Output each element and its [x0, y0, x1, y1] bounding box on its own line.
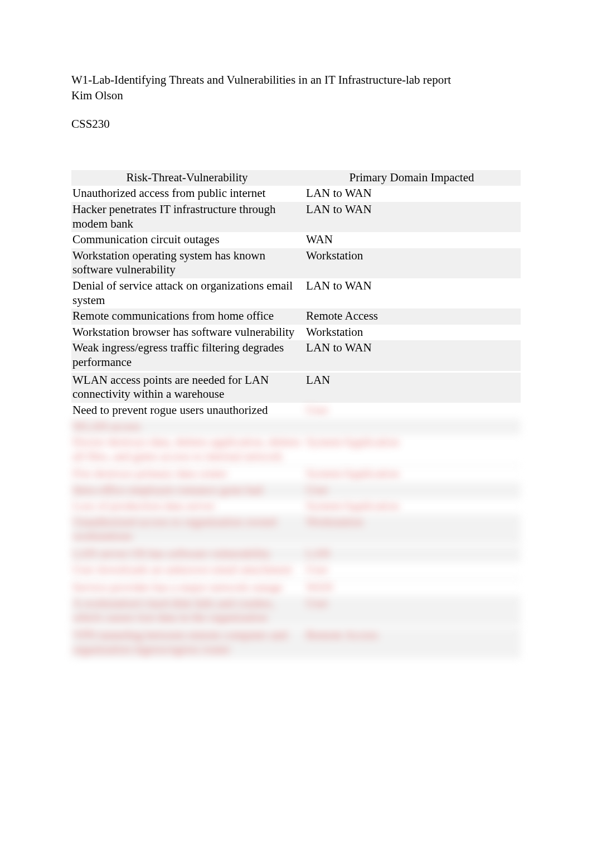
cell-domain: Remote Access — [305, 308, 521, 325]
cell-risk: WLAN access points are needed for LAN co… — [71, 373, 305, 403]
cell-domain: LAN to WAN — [305, 202, 521, 232]
table-row: Communication circuit outagesWAN — [71, 232, 521, 248]
cell-risk: Loss of production data server — [71, 499, 305, 515]
cell-risk: Unauthorized access from public internet — [71, 186, 305, 202]
doc-author-line: Kim Olson — [71, 88, 521, 103]
cell-risk: Doctor destroys data, deletes applicatio… — [71, 435, 305, 465]
cell-domain: User — [305, 562, 521, 578]
cell-risk: Service provider has a major network out… — [71, 580, 305, 596]
table-row: Weak ingress/egress traffic filtering de… — [71, 340, 521, 370]
table-row: Intra-office employee romance gone badUs… — [71, 483, 521, 499]
cell-domain: Remote Access — [305, 628, 521, 658]
cell-domain: Workstation — [305, 514, 521, 544]
table-row: Remote communications from home officeRe… — [71, 308, 521, 325]
table-header-row: Risk-Threat-VulnerabilityPrimary Domain … — [71, 170, 521, 186]
table-row: WLAN access points are needed for LAN co… — [71, 373, 521, 403]
document-page: W1-Lab-Identifying Threats and Vulnerabi… — [0, 0, 592, 868]
cell-risk: Workstation operating system has known s… — [71, 248, 305, 278]
table-row: User downloads an unknown email attachme… — [71, 562, 521, 578]
table-row: Need to prevent rogue users unauthorized… — [71, 403, 521, 419]
cell-risk: Unauthorized access to organization owne… — [71, 514, 305, 544]
table-row: VPN tunneling between remote computer an… — [71, 628, 521, 658]
table-row: WLAN access — [71, 419, 521, 435]
cell-risk: WLAN access — [71, 419, 305, 435]
table-row: A workstation's hard disk fails and cras… — [71, 596, 521, 626]
table-row: Workstation browser has software vulnera… — [71, 325, 521, 341]
header-col-domain: Primary Domain Impacted — [305, 170, 521, 186]
cell-risk: Weak ingress/egress traffic filtering de… — [71, 340, 305, 370]
table-row: Workstation operating system has known s… — [71, 248, 521, 278]
cell-risk: A workstation's hard disk fails and cras… — [71, 596, 305, 626]
cell-risk: Communication circuit outages — [71, 232, 305, 248]
cell-risk: Intra-office employee romance gone bad — [71, 483, 305, 499]
cell-risk: User downloads an unknown email attachme… — [71, 562, 305, 578]
table-row: Loss of production data serverSystem/App… — [71, 499, 521, 515]
cell-domain: WAN — [305, 232, 521, 248]
cell-risk: Remote communications from home office — [71, 308, 305, 325]
cell-risk: Fire destroys primary data center — [71, 466, 305, 483]
cell-domain: System/Application — [305, 466, 521, 483]
doc-course-line: CSS230 — [71, 117, 521, 131]
risk-table: Risk-Threat-VulnerabilityPrimary Domain … — [71, 170, 521, 658]
cell-domain: WAN — [305, 580, 521, 596]
cell-domain: Workstation — [305, 325, 521, 341]
table-row: Denial of service attack on organization… — [71, 278, 521, 308]
table-row: Unauthorized access to organization owne… — [71, 514, 521, 544]
table-row: Unauthorized access from public internet… — [71, 186, 521, 202]
cell-risk: VPN tunneling between remote computer an… — [71, 628, 305, 658]
cell-domain: User — [305, 483, 521, 499]
cell-domain — [305, 419, 521, 435]
cell-domain: User — [305, 403, 521, 419]
doc-title-line: W1-Lab-Identifying Threats and Vulnerabi… — [71, 73, 521, 87]
cell-domain: LAN — [305, 546, 521, 562]
risk-table-wrap: Risk-Threat-VulnerabilityPrimary Domain … — [71, 170, 521, 658]
risk-table-body: Risk-Threat-VulnerabilityPrimary Domain … — [71, 170, 521, 658]
cell-domain: LAN to WAN — [305, 186, 521, 202]
table-row: Doctor destroys data, deletes applicatio… — [71, 435, 521, 465]
table-row: Service provider has a major network out… — [71, 580, 521, 596]
cell-risk: LAN server OS has software vulnerability — [71, 546, 305, 562]
cell-domain: LAN — [305, 373, 521, 403]
cell-risk: Need to prevent rogue users unauthorized — [71, 403, 305, 419]
cell-domain: LAN to WAN — [305, 340, 521, 370]
cell-risk: Workstation browser has software vulnera… — [71, 325, 305, 341]
table-row: Hacker penetrates IT infrastructure thro… — [71, 202, 521, 232]
cell-domain: System/Application — [305, 435, 521, 465]
cell-risk: Denial of service attack on organization… — [71, 278, 305, 308]
cell-domain: System/Application — [305, 499, 521, 515]
document-heading-block: W1-Lab-Identifying Threats and Vulnerabi… — [71, 73, 521, 131]
cell-domain: LAN to WAN — [305, 278, 521, 308]
table-row: Fire destroys primary data centerSystem/… — [71, 466, 521, 483]
cell-domain: Workstation — [305, 248, 521, 278]
cell-domain: User — [305, 596, 521, 626]
table-row: LAN server OS has software vulnerability… — [71, 546, 521, 562]
header-col-risk: Risk-Threat-Vulnerability — [71, 170, 305, 186]
cell-risk: Hacker penetrates IT infrastructure thro… — [71, 202, 305, 232]
